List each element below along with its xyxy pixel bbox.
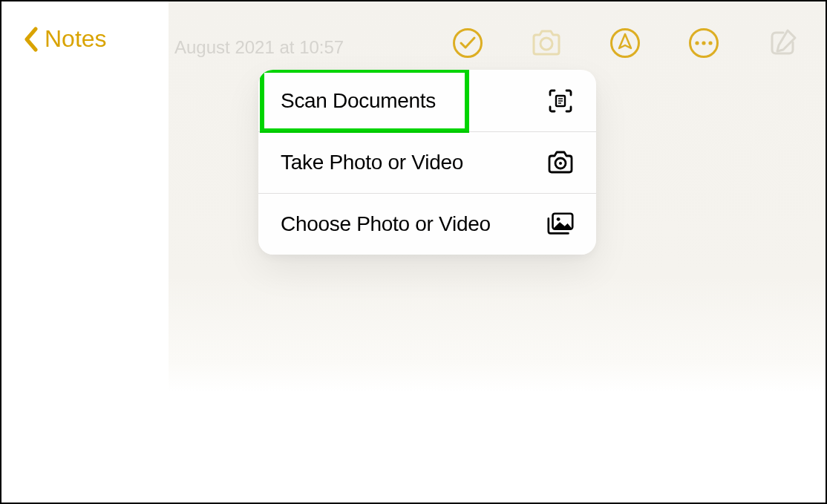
photo-library-icon (546, 209, 575, 239)
camera-icon (546, 148, 575, 177)
menu-item-take-photo[interactable]: Take Photo or Video (258, 131, 596, 193)
markup-icon[interactable] (607, 25, 643, 61)
svg-point-14 (557, 217, 560, 221)
menu-item-scan-documents[interactable]: Scan Documents (258, 70, 596, 131)
note-date: August 2021 at 10:57 (174, 37, 344, 58)
compose-icon[interactable] (765, 25, 800, 61)
chevron-left-icon (22, 27, 40, 52)
back-label: Notes (45, 25, 107, 53)
checklist-icon[interactable] (450, 25, 486, 61)
menu-item-choose-photo[interactable]: Choose Photo or Video (258, 193, 596, 255)
svg-point-12 (559, 162, 562, 165)
menu-item-label: Choose Photo or Video (281, 212, 491, 236)
svg-point-1 (540, 38, 552, 50)
camera-toolbar-icon[interactable] (529, 25, 564, 61)
svg-point-6 (708, 41, 712, 45)
note-editor: August 2021 at 10:57 (169, 1, 826, 503)
sidebar: Notes (1, 1, 169, 503)
svg-point-0 (454, 30, 482, 57)
scan-document-icon (546, 86, 575, 116)
svg-point-4 (695, 41, 699, 45)
menu-item-label: Take Photo or Video (281, 151, 463, 174)
back-button[interactable]: Notes (22, 25, 107, 53)
camera-menu-popup: Scan Documents Take Photo or Video (258, 70, 596, 255)
svg-point-5 (702, 41, 705, 45)
more-icon[interactable] (686, 25, 722, 61)
menu-item-label: Scan Documents (281, 89, 436, 113)
toolbar (450, 25, 800, 61)
